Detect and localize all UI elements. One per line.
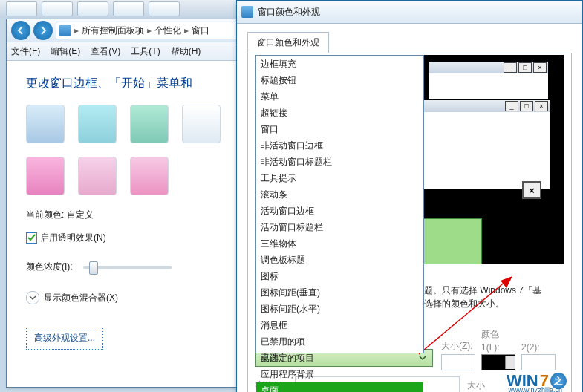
chevron-right-icon: ▸: [74, 25, 79, 36]
size2-label: 大小: [467, 379, 485, 392]
dropdown-item[interactable]: 超链接: [256, 105, 423, 121]
color2-picker[interactable]: [521, 354, 556, 370]
thumb[interactable]: [149, 1, 180, 16]
dialog-icon: [241, 6, 253, 18]
dropdown-item[interactable]: 桌面: [256, 382, 423, 392]
checkbox-checked-icon[interactable]: [26, 232, 37, 244]
color-swatch[interactable]: [130, 157, 169, 195]
dropdown-item[interactable]: 图标间距(垂直): [256, 284, 423, 301]
color-swatches: [26, 105, 234, 195]
thumb[interactable]: [6, 1, 37, 16]
back-button[interactable]: [11, 21, 30, 40]
dropdown-item[interactable]: 滚动条: [256, 186, 423, 203]
hint-text: 主题。只有选择 Windows 7「基 处选择的颜色和大小。: [415, 284, 564, 310]
menu-edit[interactable]: 编辑(E): [51, 45, 80, 58]
hint-line: 处选择的颜色和大小。: [415, 298, 504, 309]
close-icon: ×: [533, 62, 547, 73]
minimize-icon: _: [504, 62, 517, 73]
chevron-down-icon[interactable]: [26, 291, 39, 304]
preview-active-window: _ □ ×: [418, 99, 550, 190]
tab-appearance[interactable]: 窗口颜色和外观: [247, 32, 329, 53]
close-icon: ×: [535, 101, 548, 111]
menu-file[interactable]: 文件(F): [11, 45, 40, 58]
color-swatch[interactable]: [78, 105, 117, 143]
dropdown-item[interactable]: 图标: [256, 268, 423, 284]
preview-caption: _ □ ×: [419, 100, 550, 112]
size-color-row: 大小(Z): 颜色 1(L): 2(2):: [441, 328, 565, 370]
intensity-slider[interactable]: [83, 266, 172, 269]
preview-close-button: ×: [522, 181, 541, 199]
color-label: 颜色: [481, 328, 515, 341]
dropdown-item[interactable]: 三维物体: [256, 235, 423, 252]
advanced-appearance-link[interactable]: 高级外观设置...: [26, 327, 103, 350]
preview-pane: _ □ × _ □ × ×: [414, 55, 564, 264]
control-panel-icon: [59, 24, 71, 36]
dropdown-item[interactable]: 图标间距(水平): [256, 301, 423, 317]
transparency-label: 启用透明效果(N): [40, 232, 106, 244]
dropdown-item[interactable]: 边框填充: [256, 56, 423, 72]
size-input[interactable]: [441, 354, 475, 370]
breadcrumb-seg[interactable]: 所有控制面板项: [82, 24, 144, 37]
color-swatch[interactable]: [182, 105, 221, 143]
color-swatch[interactable]: [78, 157, 117, 195]
thumb[interactable]: [113, 1, 144, 16]
minimize-icon: _: [505, 101, 518, 111]
intensity-label: 颜色浓度(I):: [26, 261, 73, 273]
dropdown-item[interactable]: 调色板标题: [256, 252, 423, 268]
dialog-titlebar: 窗口颜色和外观: [237, 1, 582, 24]
menu-view[interactable]: 查看(V): [91, 45, 120, 58]
dropdown-item[interactable]: 非活动窗口标题栏: [256, 154, 423, 170]
thumb[interactable]: [77, 1, 108, 16]
color-swatch[interactable]: [130, 105, 169, 143]
menu-help[interactable]: 帮助(H): [171, 45, 201, 58]
dropdown-item[interactable]: 活动窗口边框: [256, 203, 423, 219]
dialog-title: 窗口颜色和外观: [258, 6, 320, 19]
preview-caption: _ □ ×: [429, 62, 548, 74]
thumb[interactable]: [42, 1, 73, 16]
dropdown-item[interactable]: 已禁用的项: [256, 333, 423, 350]
chevron-right-icon: ▸: [184, 25, 189, 36]
size-label: 大小(Z):: [441, 340, 475, 353]
item-dropdown-list[interactable]: 边框填充标题按钮菜单超链接窗口非活动窗口边框非活动窗口标题栏工具提示滚动条活动窗…: [255, 55, 424, 353]
color1-picker[interactable]: [481, 354, 515, 370]
chevron-right-icon: ▸: [147, 25, 152, 36]
appearance-dialog: 窗口颜色和外观 窗口颜色和外观 边框填充标题按钮菜单超链接窗口非活动窗口边框非活…: [236, 0, 583, 392]
tab-pane: 边框填充标题按钮菜单超链接窗口非活动窗口边框非活动窗口标题栏工具提示滚动条活动窗…: [247, 53, 572, 392]
dropdown-item[interactable]: 已选定的项目: [256, 350, 423, 366]
dropdown-item[interactable]: 消息框: [256, 317, 423, 333]
breadcrumb-seg[interactable]: 窗口: [192, 24, 209, 37]
mixer-label: 显示颜色混合器(X): [44, 292, 118, 304]
current-color-value: 自定义: [67, 209, 94, 220]
color-swatch[interactable]: [26, 157, 65, 195]
dropdown-item[interactable]: 标题按钮: [256, 72, 423, 88]
color-swatch[interactable]: [26, 105, 65, 143]
maximize-icon: □: [520, 101, 533, 111]
hint-line: 主题。只有选择 Windows 7「基: [415, 285, 541, 295]
dialog-body: 窗口颜色和外观 边框填充标题按钮菜单超链接窗口非活动窗口边框非活动窗口标题栏工具…: [237, 24, 582, 392]
dropdown-item[interactable]: 非活动窗口边框: [256, 137, 423, 154]
dropdown-item[interactable]: 活动窗口标题栏: [256, 219, 423, 235]
dropdown-item[interactable]: 应用程序背景: [256, 366, 423, 382]
color1-sub: 1(L):: [481, 342, 515, 353]
forward-button[interactable]: [33, 21, 53, 40]
maximize-icon: □: [518, 62, 532, 73]
current-color-label: 当前颜色:: [26, 209, 64, 220]
dropdown-item[interactable]: 菜单: [256, 88, 423, 105]
color2-sub: 2(2):: [521, 342, 556, 353]
menu-tools[interactable]: 工具(T): [131, 45, 160, 58]
dropdown-item[interactable]: 窗口: [256, 121, 423, 137]
dropdown-item[interactable]: 工具提示: [256, 170, 423, 186]
breadcrumb-seg[interactable]: 个性化: [154, 24, 181, 37]
